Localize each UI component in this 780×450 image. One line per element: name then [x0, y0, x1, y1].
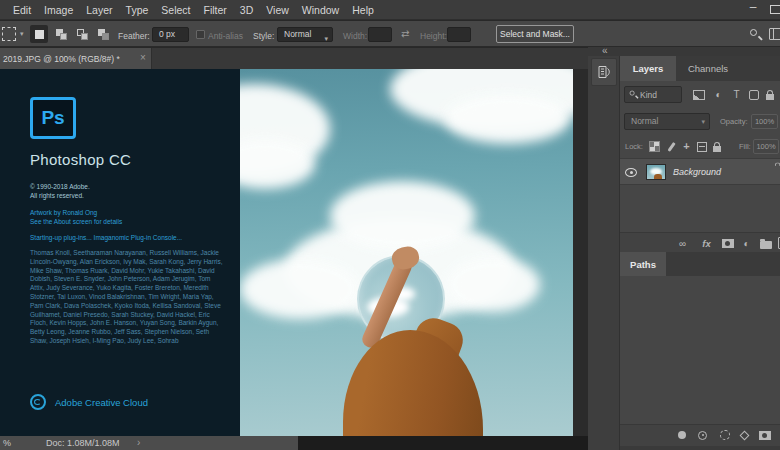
- layer-filter-row: Kind ◐ T: [620, 81, 780, 109]
- style-dropdown[interactable]: Normal▾: [277, 27, 333, 42]
- document-tab[interactable]: 2019.JPG @ 100% (RGB/8#) * ×: [0, 48, 152, 69]
- visibility-eye-icon[interactable]: [625, 168, 637, 177]
- intersect-selection-button[interactable]: [94, 25, 112, 43]
- lock-position-move-icon[interactable]: +: [679, 139, 694, 154]
- menu-view[interactable]: View: [266, 4, 289, 16]
- chevron-down-icon: ▾: [701, 118, 705, 126]
- make-work-path-icon[interactable]: [736, 427, 753, 443]
- width-label: Width:: [343, 31, 367, 41]
- menu-3d[interactable]: 3D: [240, 4, 253, 16]
- maximize-button[interactable]: [770, 5, 780, 14]
- height-label: Height:: [420, 31, 447, 41]
- document-tab-title: 2019.JPG @ 100% (RGB/8#) *: [3, 54, 120, 64]
- options-bar: ▾ Feather: 0 px Anti-alias Style: Normal…: [0, 21, 780, 47]
- add-to-selection-button[interactable]: [52, 25, 70, 43]
- opacity-value[interactable]: 100%: [751, 114, 778, 129]
- filter-pixel-layers-icon[interactable]: [690, 86, 707, 103]
- layer-style-fx-icon[interactable]: fx: [698, 235, 715, 251]
- menu-bar: Edit Image Layer Type Select Filter 3D V…: [0, 0, 780, 20]
- menu-layer[interactable]: Layer: [86, 4, 112, 16]
- cloud-center-left-puff: [240, 259, 360, 319]
- cloud-top-right-puff: [445, 94, 570, 144]
- lock-artboard-icon[interactable]: [694, 139, 709, 154]
- height-input[interactable]: [447, 27, 471, 42]
- status-arrow-icon[interactable]: ›: [137, 437, 140, 448]
- feather-label: Feather:: [118, 31, 150, 41]
- search-icon[interactable]: [749, 28, 762, 41]
- adjustment-layer-icon[interactable]: ◐: [738, 235, 755, 251]
- layer-row-background[interactable]: Background: [620, 158, 780, 185]
- history-panel-icon[interactable]: [591, 58, 617, 86]
- load-path-as-selection-icon[interactable]: [716, 427, 733, 443]
- lock-transparency-icon[interactable]: [647, 139, 662, 154]
- tab-channels[interactable]: Channels: [676, 56, 740, 81]
- lock-pixels-brush-icon[interactable]: [664, 139, 679, 154]
- filter-adjustment-layers-icon[interactable]: ◐: [710, 86, 727, 103]
- menu-edit[interactable]: Edit: [13, 4, 31, 16]
- subtract-from-selection-button[interactable]: [73, 25, 91, 43]
- blend-mode-row: Normal ▾ Opacity: 100%: [620, 109, 780, 135]
- filter-type-layers-icon[interactable]: T: [728, 86, 745, 103]
- style-label: Style:: [253, 31, 274, 41]
- workspace-icon[interactable]: [769, 28, 780, 40]
- new-layer-icon[interactable]: [774, 235, 780, 251]
- document-size-info: Doc: 1.08M/1.08M: [46, 438, 120, 448]
- move-glyph: +: [683, 141, 689, 152]
- menu-window[interactable]: Window: [302, 4, 339, 16]
- width-input[interactable]: [368, 27, 392, 42]
- new-group-folder-icon[interactable]: [757, 235, 774, 251]
- artwork-credit: Artwork by Ronald Ong See the About scre…: [30, 208, 122, 226]
- panel-dock: « Layers Channels Kind ◐ T: [588, 47, 780, 450]
- menu-select[interactable]: Select: [161, 4, 190, 16]
- photoshop-window: Edit Image Layer Type Select Filter 3D V…: [0, 0, 780, 450]
- marquee-tool-icon[interactable]: [2, 27, 16, 41]
- select-and-mask-button[interactable]: Select and Mask...: [496, 25, 574, 43]
- layer-thumbnail[interactable]: [646, 164, 666, 180]
- style-value: Normal: [284, 29, 311, 39]
- menu-type[interactable]: Type: [126, 4, 149, 16]
- menu-image[interactable]: Image: [44, 4, 73, 16]
- status-bar: % Doc: 1.08M/1.08M ›: [0, 436, 298, 450]
- zoom-percentage[interactable]: %: [3, 438, 11, 448]
- minimize-button[interactable]: –: [744, 0, 762, 18]
- fill-path-icon[interactable]: [673, 427, 690, 443]
- add-layer-mask-icon[interactable]: [719, 235, 736, 251]
- creative-cloud-icon: [30, 394, 46, 410]
- stroke-path-icon[interactable]: [694, 427, 711, 443]
- menu-filter[interactable]: Filter: [204, 4, 227, 16]
- new-selection-button[interactable]: [30, 25, 48, 43]
- antialias-label: Anti-alias: [208, 31, 243, 41]
- link-layers-icon[interactable]: ∞: [674, 235, 691, 251]
- tab-close-icon[interactable]: ×: [140, 52, 146, 63]
- blend-mode-dropdown[interactable]: Normal ▾: [624, 113, 710, 130]
- copyright-line-2: All rights reserved.: [30, 191, 90, 200]
- collapse-panels-icon[interactable]: «: [602, 45, 608, 56]
- lock-all-icon[interactable]: [709, 139, 724, 154]
- opacity-label: Opacity:: [720, 117, 748, 126]
- paths-panel-body: [620, 276, 780, 424]
- copyright-line-1: © 1990-2018 Adobe.: [30, 182, 90, 191]
- layer-name: Background: [673, 167, 721, 177]
- swap-dimensions-icon[interactable]: ⇄: [401, 28, 409, 39]
- feather-input[interactable]: 0 px: [152, 27, 189, 42]
- credits-text: Thomas Knoll, Seetharaman Narayanan, Rus…: [30, 249, 226, 346]
- tab-paths[interactable]: Paths: [620, 252, 666, 277]
- filter-shape-layers-icon[interactable]: [745, 86, 762, 103]
- layer-filter-dropdown[interactable]: Kind: [624, 86, 682, 103]
- pasteboard: [573, 69, 588, 436]
- add-mask-icon[interactable]: [756, 427, 773, 443]
- tab-layers[interactable]: Layers: [620, 56, 676, 81]
- fill-value[interactable]: 100%: [753, 139, 779, 154]
- status-bar-filler: [298, 436, 588, 450]
- splash-screen-info: Ps Photoshop CC © 1990-2018 Adobe. All r…: [0, 69, 240, 436]
- panel-bottom-filler: [620, 446, 780, 450]
- menu-help[interactable]: Help: [352, 4, 374, 16]
- chevron-down-icon: ▾: [324, 32, 328, 45]
- antialias-checkbox[interactable]: [196, 30, 205, 39]
- filter-smart-objects-icon[interactable]: [761, 86, 778, 103]
- creative-cloud-label: Adobe Creative Cloud: [55, 397, 148, 408]
- chevron-down-icon[interactable]: ▾: [20, 30, 24, 38]
- splash-title: Photoshop CC: [30, 151, 131, 168]
- lock-label: Lock:: [625, 142, 643, 151]
- paths-panel-footer: [620, 424, 780, 446]
